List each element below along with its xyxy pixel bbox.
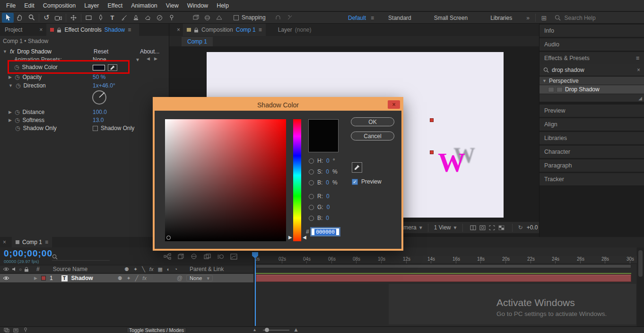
workspace-small-screen[interactable]: Small Screen: [429, 15, 472, 21]
selection-handle[interactable]: [430, 150, 434, 154]
viewer-tab-comp1[interactable]: Comp 1: [182, 37, 213, 46]
solo-column-icon[interactable]: ○: [19, 267, 22, 272]
saturation-radio[interactable]: [309, 169, 314, 175]
hue-radio[interactable]: [309, 158, 314, 164]
column-source-name[interactable]: Source Name: [53, 266, 87, 272]
layer-duration-bar[interactable]: [256, 274, 631, 282]
previous-preset-icon[interactable]: ◀: [147, 56, 150, 61]
workspace-overflow-icon[interactable]: »: [526, 15, 530, 21]
green-radio[interactable]: [309, 205, 314, 210]
blue-radio[interactable]: [309, 216, 314, 221]
lock-icon[interactable]: [194, 27, 199, 33]
brightness-value[interactable]: 0: [326, 179, 329, 186]
dialog-titlebar[interactable]: Shadow Color ×: [155, 99, 401, 111]
panel-libraries[interactable]: Libraries: [540, 132, 644, 144]
parent-dropdown[interactable]: None ▾: [186, 275, 213, 281]
panel-preview[interactable]: Preview: [540, 105, 644, 117]
menu-layer[interactable]: Layer: [80, 2, 103, 9]
collapse-switch-icon[interactable]: ✦: [133, 266, 138, 272]
opacity-value[interactable]: 50 %: [93, 74, 105, 80]
lock-column-icon[interactable]: [24, 267, 29, 272]
pen-tool-icon[interactable]: [95, 13, 106, 23]
effects-search-input[interactable]: drop shadow: [552, 67, 634, 73]
panel-align[interactable]: Align: [540, 118, 644, 131]
twirl-closed-icon[interactable]: ▶: [9, 75, 12, 79]
axis-mode-view-icon[interactable]: [213, 13, 225, 23]
fx-switch-icon[interactable]: fx: [149, 266, 154, 272]
timeline-tab-label[interactable]: Comp 1: [22, 239, 42, 245]
layer-color-chip[interactable]: [41, 276, 46, 280]
camera-tool-icon[interactable]: [52, 13, 64, 23]
animation-presets-value[interactable]: None: [93, 56, 106, 63]
selection-handle[interactable]: [430, 118, 434, 122]
axis-mode-local-icon[interactable]: [190, 13, 201, 23]
twirl-open-icon[interactable]: ▼: [9, 83, 13, 88]
menu-help[interactable]: Help: [212, 2, 233, 9]
view-chevron-icon[interactable]: ▾: [454, 224, 457, 231]
workspace-menu-icon[interactable]: ≡: [371, 15, 374, 21]
red-value[interactable]: 0: [326, 193, 330, 200]
hue-value[interactable]: 0: [326, 158, 330, 164]
panel-info[interactable]: Info: [540, 25, 644, 37]
motion-blur-switch-icon[interactable]: ◐: [167, 266, 170, 272]
effect-about[interactable]: About...: [140, 48, 159, 55]
frame-blend-switch-icon[interactable]: ▦: [157, 266, 162, 272]
layer-row-1[interactable]: ▶ 1 T Shadow ⚉ ✦ ╱ fx @ None ▾: [0, 274, 253, 282]
hex-input[interactable]: 000000: [311, 228, 339, 236]
draft-3d-icon[interactable]: [176, 252, 185, 261]
menu-edit[interactable]: Edit: [20, 2, 39, 9]
grid-guides-icon[interactable]: [469, 223, 478, 232]
stopwatch-icon[interactable]: ◷: [15, 74, 19, 80]
layer-fx-icon[interactable]: fx: [142, 275, 147, 281]
snapping-checkbox[interactable]: [234, 15, 239, 20]
panel-tracker[interactable]: Tracker: [540, 173, 644, 185]
panel-menu-icon[interactable]: ≡: [45, 239, 48, 245]
graph-editor-icon[interactable]: [229, 252, 238, 261]
view-layout-label[interactable]: 1 View: [434, 224, 451, 231]
eye-column-icon[interactable]: [3, 267, 9, 272]
shy-switch-icon[interactable]: ⚉: [124, 266, 129, 272]
category-perspective[interactable]: ▼ Perspective: [540, 77, 644, 85]
search-help-input[interactable]: Search Help: [565, 15, 596, 21]
timeline-scrollbar[interactable]: [637, 247, 644, 326]
panel-menu-icon[interactable]: ≡: [259, 26, 262, 33]
layer-collapse-icon[interactable]: ✦: [127, 275, 131, 281]
panel-paragraph[interactable]: Paragraph: [540, 159, 644, 172]
shadow-color-swatch[interactable]: [93, 65, 105, 70]
dialog-eyedropper-icon[interactable]: [352, 162, 362, 173]
brush-tool-icon[interactable]: [118, 13, 130, 23]
effect-item-drop-shadow[interactable]: Drop Shadow: [540, 85, 644, 94]
twirl-closed-icon[interactable]: ▶: [9, 110, 12, 114]
refresh-icon[interactable]: ↻: [518, 224, 523, 231]
effect-name[interactable]: Drop Shadow: [17, 48, 52, 55]
project-close-icon[interactable]: ×: [39, 26, 43, 33]
about-label[interactable]: About...: [140, 48, 159, 55]
next-preset-icon[interactable]: ▶: [154, 56, 157, 61]
exposure-offset[interactable]: +0.0: [527, 224, 538, 231]
panel-audio[interactable]: Audio: [540, 38, 644, 51]
distance-value[interactable]: 100.0: [93, 109, 107, 115]
duplicate-icon[interactable]: [11, 326, 21, 333]
color-field-cursor[interactable]: [166, 236, 171, 240]
menu-effect[interactable]: Effect: [103, 2, 127, 9]
pickwhip-icon[interactable]: @: [177, 275, 183, 281]
preview-checkbox[interactable]: ✓: [352, 179, 358, 185]
work-area-bar[interactable]: [256, 264, 631, 268]
tab-layer-label[interactable]: Layer: [278, 26, 292, 33]
workspace-standard[interactable]: Standard: [383, 15, 416, 21]
twirl-open-icon[interactable]: ▼: [3, 49, 7, 54]
render-queue-icon[interactable]: [2, 326, 11, 333]
hand-tool-icon[interactable]: [14, 13, 26, 23]
menu-animation[interactable]: Animation: [127, 2, 162, 9]
clone-stamp-tool-icon[interactable]: [130, 13, 142, 23]
panel-menu-icon[interactable]: ≡: [636, 55, 639, 61]
layer-shy-icon[interactable]: ⚉: [118, 275, 122, 281]
composition-close-icon[interactable]: ×: [177, 26, 180, 33]
checkerboard-icon[interactable]: [497, 223, 506, 232]
zoom-out-mountain-icon[interactable]: ▴: [253, 327, 256, 332]
time-ruler[interactable]: 0s 02s 04s 06s 08s 10s 12s 14s 16s 18s 2…: [254, 256, 637, 264]
puppet-pin-tool-icon[interactable]: [165, 13, 177, 23]
hue-slider[interactable]: [293, 119, 301, 241]
reset-label[interactable]: Reset: [94, 48, 108, 55]
animation-presets-dropdown[interactable]: None: [93, 56, 106, 63]
